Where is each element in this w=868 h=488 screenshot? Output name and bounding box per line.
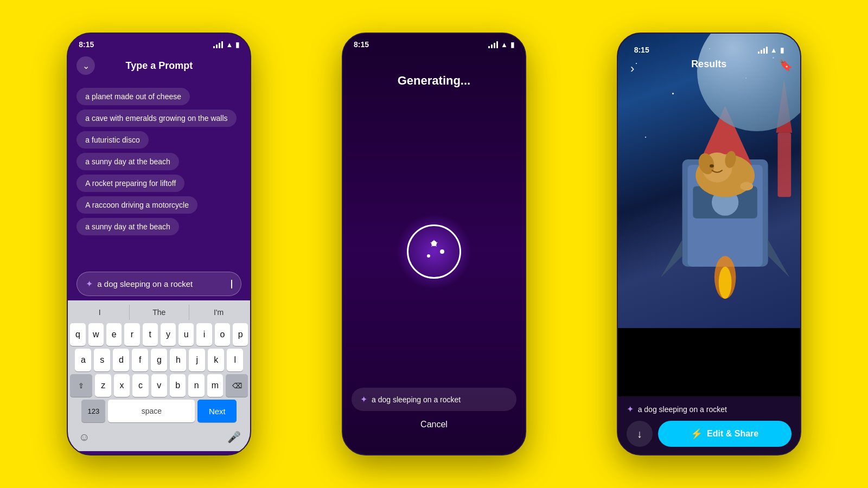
spinner-ring bbox=[407, 224, 461, 279]
keyboard-row4: 123 space Next bbox=[70, 400, 248, 422]
list-item[interactable]: a sunny day at the beach bbox=[76, 218, 178, 235]
result-bottom: ✦ a dog sleeping on a rocket ↓ ⚡ Edit & … bbox=[618, 396, 800, 454]
key-h[interactable]: h bbox=[170, 349, 186, 371]
key-x[interactable]: x bbox=[114, 374, 130, 397]
key-g[interactable]: g bbox=[151, 349, 167, 371]
result-image: › Results 🔖 bbox=[618, 34, 800, 328]
emoji-icon[interactable]: ☺ bbox=[74, 427, 94, 447]
result-prompt-bar: ✦ a dog sleeping on a rocket bbox=[627, 404, 792, 414]
phone3-wrapper: 8:15 ▲ ▮ bbox=[617, 33, 801, 455]
phone2-status-bar: 8:15 ▲ ▮ bbox=[343, 34, 525, 52]
suggestion-2[interactable]: The bbox=[130, 305, 189, 320]
key-r[interactable]: r bbox=[124, 323, 139, 346]
key-f[interactable]: f bbox=[132, 349, 148, 371]
bookmark-icon[interactable]: 🔖 bbox=[779, 59, 793, 72]
prompt-list: a planet made out of cheese a cave with … bbox=[68, 84, 250, 267]
space-key[interactable]: space bbox=[108, 400, 195, 422]
key-v[interactable]: v bbox=[151, 374, 167, 397]
phone3-status-right: ▲ ▮ bbox=[758, 41, 789, 54]
key-t[interactable]: t bbox=[143, 323, 158, 346]
key-e[interactable]: e bbox=[106, 323, 122, 346]
list-item[interactable]: a cave with emeralds growing on the wall… bbox=[76, 110, 236, 127]
page-title: Type a Prompt bbox=[125, 60, 193, 72]
number-key[interactable]: 123 bbox=[81, 400, 105, 422]
svg-point-15 bbox=[710, 164, 714, 168]
phone1-time: 8:15 bbox=[79, 40, 94, 49]
key-s[interactable]: s bbox=[94, 349, 110, 371]
svg-point-2 bbox=[427, 254, 430, 258]
phone3-content: › Results 🔖 ✦ a dog sleeping on a rocket… bbox=[618, 34, 800, 454]
phone2-status-right: ▲ ▮ bbox=[488, 41, 514, 49]
generating-title: Generating... bbox=[343, 74, 525, 88]
wifi-icon: ▲ bbox=[770, 46, 777, 54]
key-j[interactable]: j bbox=[189, 349, 205, 371]
microphone-icon[interactable]: 🎤 bbox=[224, 427, 244, 447]
keyboard-row2: a s d f g h j k l bbox=[70, 349, 248, 371]
key-b[interactable]: b bbox=[170, 374, 186, 397]
edit-share-label: Edit & Share bbox=[707, 429, 758, 439]
key-l[interactable]: l bbox=[227, 349, 243, 371]
key-z[interactable]: z bbox=[95, 374, 111, 397]
key-d[interactable]: d bbox=[113, 349, 129, 371]
sparkle-icon: ✦ bbox=[360, 394, 367, 404]
key-m[interactable]: m bbox=[207, 374, 223, 397]
phone1-wrapper: 8:15 ▲ ▮ ⌄ Type a Prompt a plan bbox=[67, 33, 251, 455]
prompt-input-container[interactable]: ✦ a dog sleeping on a rocket bbox=[76, 272, 241, 296]
key-i[interactable]: i bbox=[196, 323, 212, 346]
text-cursor bbox=[231, 280, 232, 288]
phone3-status-bar: 8:15 ▲ ▮ bbox=[618, 34, 800, 57]
key-u[interactable]: u bbox=[178, 323, 194, 346]
sparkle-icon: ✦ bbox=[86, 279, 93, 289]
key-c[interactable]: c bbox=[132, 374, 148, 397]
list-item[interactable]: A raccoon driving a motorcycle bbox=[76, 196, 197, 214]
back-button[interactable]: ⌄ bbox=[76, 56, 95, 75]
svg-point-1 bbox=[440, 249, 444, 254]
phone2-time: 8:15 bbox=[354, 40, 369, 49]
suggestion-3[interactable]: I'm bbox=[189, 305, 248, 320]
key-k[interactable]: k bbox=[208, 349, 224, 371]
wifi-icon: ▲ bbox=[226, 41, 233, 49]
dog-scene bbox=[618, 34, 800, 328]
download-icon: ↓ bbox=[637, 428, 642, 440]
signal-icon bbox=[213, 41, 223, 48]
svg-marker-9 bbox=[661, 240, 682, 277]
keyboard-suggestions: I The I'm bbox=[70, 305, 248, 320]
sparkle-icon: ✦ bbox=[627, 404, 634, 414]
key-n[interactable]: n bbox=[188, 374, 204, 397]
shift-key[interactable]: ⇧ bbox=[70, 374, 92, 397]
phone1-header: ⌄ Type a Prompt bbox=[68, 52, 250, 84]
key-p[interactable]: p bbox=[233, 323, 248, 346]
key-y[interactable]: y bbox=[161, 323, 176, 346]
suggestion-1[interactable]: I bbox=[70, 305, 130, 320]
generating-prompt-bar: ✦ a dog sleeping on a rocket bbox=[352, 388, 516, 411]
phone2: 8:15 ▲ ▮ Generating... bbox=[342, 33, 526, 455]
list-item[interactable]: a planet made out of cheese bbox=[76, 88, 190, 105]
snap-bolt-icon: ⚡ bbox=[691, 428, 703, 440]
phone3-time: 8:15 bbox=[629, 40, 649, 54]
cancel-button[interactable]: Cancel bbox=[420, 420, 448, 429]
signal-icon bbox=[488, 41, 498, 48]
phone1: 8:15 ▲ ▮ ⌄ Type a Prompt a plan bbox=[67, 33, 251, 455]
prompt-input[interactable]: a dog sleeping on a rocket bbox=[97, 279, 227, 288]
edit-share-button[interactable]: ⚡ Edit & Share bbox=[658, 421, 792, 447]
next-button[interactable]: Next bbox=[197, 400, 237, 422]
loading-spinner bbox=[396, 214, 472, 290]
svg-rect-21 bbox=[777, 133, 791, 197]
phone2-content: Generating... ✦ a dog sleeping on a rock… bbox=[343, 52, 525, 451]
key-a[interactable]: a bbox=[75, 349, 91, 371]
keyboard: I The I'm q w e r t y u i o p a bbox=[68, 300, 250, 451]
backspace-key[interactable]: ⌫ bbox=[226, 374, 248, 397]
phone1-status-bar: 8:15 ▲ ▮ bbox=[68, 34, 250, 52]
svg-point-17 bbox=[740, 182, 753, 191]
list-item[interactable]: a sunny day at the beach bbox=[76, 153, 178, 170]
list-item[interactable]: a futuristic disco bbox=[76, 131, 148, 149]
key-w[interactable]: w bbox=[88, 323, 104, 346]
key-q[interactable]: q bbox=[70, 323, 85, 346]
key-o[interactable]: o bbox=[215, 323, 230, 346]
phone2-bottom: ✦ a dog sleeping on a rocket Cancel bbox=[352, 388, 516, 429]
phone2-wrapper: 8:15 ▲ ▮ Generating... bbox=[342, 33, 526, 455]
keyboard-row3: ⇧ z x c v b n m ⌫ bbox=[70, 374, 248, 397]
download-button[interactable]: ↓ bbox=[627, 421, 653, 447]
list-item[interactable]: A rocket preparing for liftoff bbox=[76, 175, 184, 192]
generating-prompt-text: a dog sleeping on a rocket bbox=[372, 395, 461, 404]
